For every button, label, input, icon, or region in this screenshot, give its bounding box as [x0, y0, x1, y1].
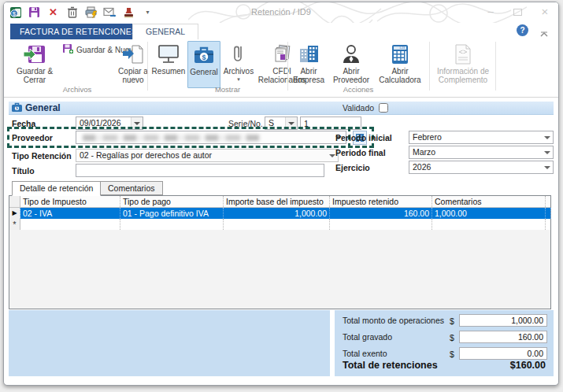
total-monto-currency: $: [450, 316, 454, 326]
col-importe-base[interactable]: Importe base del impuesto: [224, 196, 330, 207]
paperclip-icon: [231, 43, 246, 66]
validado-label: Validado: [343, 103, 374, 113]
abrir-empresa-label: Abrir Empresa: [291, 67, 327, 84]
periodo-inicial-label: Periodo inicial: [335, 133, 392, 142]
group-label-archivos: Archivos: [10, 85, 144, 94]
abrir-proveedor-button[interactable]: Abrir Proveedor: [328, 41, 374, 88]
tab-detalle-de-retencion[interactable]: Detalle de retención: [12, 181, 101, 196]
ejercicio-value: 2026: [413, 162, 431, 172]
ejercicio-dropdown-icon[interactable]: [544, 166, 550, 169]
total-retenciones-value: $160.00: [510, 360, 546, 371]
cell-impuesto-retenido[interactable]: 160.00: [330, 208, 432, 219]
grid-row-selected[interactable]: ▶ 02 - IVA 01 - Pago definitivo IVA 1,00…: [9, 208, 550, 219]
row-filler: [546, 208, 551, 219]
maximize-button[interactable]: [513, 9, 522, 16]
complement-document-icon: <>: [454, 43, 472, 66]
person-icon: [341, 43, 361, 66]
grid-new-row[interactable]: *: [9, 219, 550, 230]
retention-detail-grid: Tipo de Impuesto Tipo de pago Importe ba…: [9, 195, 551, 309]
group-separator: [287, 42, 288, 91]
ejercicio-combobox[interactable]: 2026: [409, 161, 554, 174]
resumen-label: Resumen: [152, 67, 186, 76]
general-button-label: General: [190, 68, 218, 76]
abrir-calculadora-button[interactable]: 1.23 Abrir Calculadora: [376, 41, 424, 88]
app-window: $ ✕ ▾ Retención / ID9 – ×: [3, 2, 559, 386]
save-close-icon: [23, 43, 46, 66]
titulo-input[interactable]: [76, 164, 324, 177]
new-row-marker: *: [9, 219, 20, 230]
monitor-icon: [157, 43, 180, 66]
total-retenciones-label: Total de retenciones: [343, 360, 438, 371]
grid-header-row: Tipo de Impuesto Tipo de pago Importe ba…: [9, 196, 550, 208]
group-separator: [147, 42, 148, 91]
periodo-final-value: Marzo: [413, 147, 435, 157]
total-monto-value[interactable]: 1,000.00: [459, 314, 547, 327]
cell-importe-base[interactable]: 1,000.00: [224, 208, 330, 219]
archivos-button[interactable]: Archivos ▾: [222, 41, 255, 88]
titulo-label: Título: [12, 166, 35, 176]
title-bar: $ ✕ ▾ Retención / ID9 – ×: [4, 2, 558, 23]
new-cell[interactable]: [20, 219, 120, 230]
periodo-final-combobox[interactable]: Marzo: [409, 146, 554, 159]
svg-text:$: $: [202, 54, 206, 61]
group-label-acciones: Acciones: [291, 85, 426, 94]
new-cell[interactable]: [330, 219, 432, 230]
periodo-inicial-dropdown-icon[interactable]: [544, 136, 550, 139]
resumen-button[interactable]: Resumen: [150, 41, 187, 88]
save-new-icon: [62, 43, 73, 56]
general-section-header: $ General Validado: [9, 102, 554, 115]
ribbon-tab-row: FACTURA DE RETENCIONES GENERAL: [4, 23, 558, 39]
guardar-cerrar-button[interactable]: Guardar & Cerrar: [10, 41, 59, 88]
group-separator: [429, 42, 430, 91]
tipo-retencion-label: Tipo Retención: [12, 151, 72, 161]
periodo-final-label: Periodo final: [335, 148, 386, 157]
periodo-final-dropdown-icon[interactable]: [544, 151, 550, 154]
cell-comentarios[interactable]: 1,000.00: [432, 208, 546, 219]
related-documents-icon: [271, 43, 293, 66]
minimize-button[interactable]: –: [485, 6, 496, 17]
archivos-dropdown-icon: ▾: [237, 75, 240, 83]
window-title: Retención / ID9: [4, 7, 558, 17]
validado-checkbox[interactable]: [379, 103, 388, 113]
new-cell[interactable]: [120, 219, 224, 230]
new-cell[interactable]: [224, 219, 330, 230]
col-tipo-de-impuesto[interactable]: Tipo de Impuesto: [20, 196, 120, 207]
informacion-complemento-label: Información de Complemento: [434, 67, 492, 84]
abrir-empresa-button[interactable]: Abrir Empresa: [291, 41, 327, 88]
cell-tipo-pago[interactable]: 01 - Pago definitivo IVA: [120, 208, 224, 219]
cell-tipo-impuesto[interactable]: 02 - IVA: [20, 208, 120, 219]
periodo-inicial-value: Febrero: [413, 132, 442, 142]
general-button[interactable]: $ General: [187, 41, 220, 88]
total-exento-currency: $: [450, 349, 454, 359]
tipo-retencion-value: 02 - Regalías por derechos de autor: [80, 150, 212, 160]
proveedor-combobox[interactable]: [76, 131, 346, 144]
tab-comentarios[interactable]: Comentarios: [100, 181, 163, 195]
current-row-marker: ▶: [9, 208, 20, 219]
proveedor-value-redacted: [83, 135, 260, 141]
section-title: General: [25, 102, 61, 113]
close-button[interactable]: ×: [539, 6, 550, 17]
total-exento-label: Total exento: [343, 349, 387, 358]
total-gravado-label: Total gravado: [343, 332, 392, 342]
total-monto-label: Total monto de operaciones: [343, 316, 444, 325]
periodo-inicial-combobox[interactable]: Febrero: [409, 131, 554, 144]
group-separator: [495, 42, 496, 91]
tipo-retencion-dropdown-icon[interactable]: [329, 154, 335, 157]
tipo-retencion-combobox[interactable]: 02 - Regalías por derechos de autor: [76, 149, 339, 162]
ejercicio-label: Ejercicio: [335, 163, 370, 172]
company-building-icon: [298, 43, 320, 66]
group-label-mostrar: Mostrar: [150, 85, 305, 94]
abrir-calculadora-label: Abrir Calculadora: [376, 67, 424, 84]
proveedor-label: Proveedor: [12, 133, 53, 142]
ribbon: Guardar & Cerrar Guardar & Nuevo Copiar …: [4, 39, 558, 98]
col-impuesto-retenido[interactable]: Impuesto retenido: [330, 196, 432, 207]
col-comentarios[interactable]: Comentarios: [432, 196, 546, 207]
help-button[interactable]: ?: [517, 24, 528, 36]
col-tipo-de-pago[interactable]: Tipo de pago: [120, 196, 224, 207]
backstage-tab-factura-de-retenciones[interactable]: FACTURA DE RETENCIONES: [10, 24, 146, 39]
calculator-icon: 1.23: [390, 43, 410, 66]
total-gravado-value[interactable]: 160.00: [459, 331, 547, 343]
total-exento-value[interactable]: 0.00: [459, 347, 547, 360]
ribbon-tab-general[interactable]: GENERAL: [132, 24, 198, 39]
new-cell[interactable]: [432, 219, 546, 230]
